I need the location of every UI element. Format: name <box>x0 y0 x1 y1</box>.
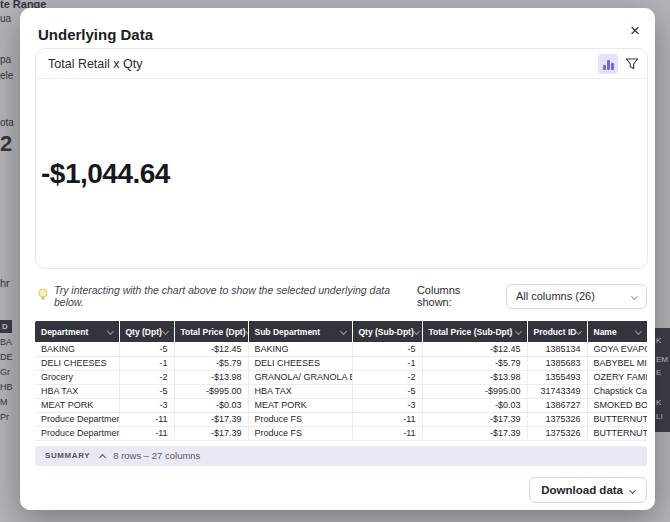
sort-chevron-icon[interactable] <box>161 328 168 335</box>
background-text-fragment: hr <box>0 277 10 289</box>
hint-text: Try interacting with the chart above to … <box>54 284 417 308</box>
close-icon[interactable]: × <box>624 20 646 42</box>
table-cell: -$5.79 <box>174 356 248 370</box>
collapse-chevron-icon[interactable] <box>99 453 106 460</box>
column-header-total-price-dpt-[interactable]: Total Price (Dpt) <box>174 321 248 342</box>
background-text-fragment: DE <box>0 352 13 362</box>
table-cell: BUTTERNUT <box>587 426 647 440</box>
background-text-fragment: K <box>656 336 661 345</box>
funnel-icon[interactable] <box>625 57 639 71</box>
table-cell: -$17.39 <box>422 426 527 440</box>
table-cell: BABYBEL MIN <box>587 356 647 370</box>
table-cell: -$0.03 <box>422 398 527 412</box>
table-cell: -3 <box>352 398 422 412</box>
background-text-fragment: ele <box>0 70 13 81</box>
table-cell: BAKING <box>248 342 352 356</box>
table-row[interactable]: BAKING-5-$12.45BAKING-5-$12.451385134GOY… <box>35 342 647 356</box>
sort-chevron-icon[interactable] <box>575 328 582 335</box>
chart-card-header: Total Retail x Qty <box>36 49 647 79</box>
table-cell: Chapstick Ca <box>587 384 647 398</box>
table-row[interactable]: DELI CHEESES-1-$5.79DELI CHEESES-1-$5.79… <box>35 356 647 370</box>
table-cell: DELI CHEESES <box>248 356 352 370</box>
underlying-data-table: DepartmentQty (Dpt)Total Price (Dpt)Sub … <box>35 321 647 466</box>
table-cell: 1386727 <box>527 398 587 412</box>
bar-chart-icon[interactable] <box>598 54 618 74</box>
table-cell: -11 <box>119 412 174 426</box>
background-table-header-fragment: D <box>0 320 12 333</box>
table-cell: -11 <box>119 426 174 440</box>
table-cell: Produce FS <box>248 426 352 440</box>
table-cell: Produce FS <box>248 412 352 426</box>
sort-chevron-icon[interactable] <box>106 328 113 335</box>
table-cell: HBA TAX <box>35 384 119 398</box>
chart-card: Total Retail x Qty -$1,044.64 <box>35 48 648 269</box>
column-header-qty-dpt-[interactable]: Qty (Dpt) <box>119 321 174 342</box>
columns-shown-value: All columns (26) <box>516 290 595 302</box>
table-cell: -$17.39 <box>422 412 527 426</box>
summary-text: 8 rows – 27 columns <box>113 450 200 461</box>
sort-chevron-icon[interactable] <box>634 328 641 335</box>
background-text-fragment: M <box>0 397 8 407</box>
download-data-button[interactable]: Download data <box>529 477 647 503</box>
background-text-fragment: ota <box>0 117 14 128</box>
background-text-fragment: Gr <box>0 367 10 377</box>
table-cell: -$5.79 <box>422 356 527 370</box>
chevron-down-icon <box>631 292 638 299</box>
table-cell: HBA TAX <box>248 384 352 398</box>
modal-title: Underlying Data <box>38 26 153 43</box>
column-header-sub-department[interactable]: Sub Department <box>248 321 352 342</box>
table-cell: 1385683 <box>527 356 587 370</box>
summary-bar[interactable]: SUMMARY 8 rows – 27 columns <box>35 446 647 466</box>
table-cell: -$17.39 <box>174 412 248 426</box>
columns-shown-label: Columns shown: <box>417 284 506 308</box>
table-cell: -1 <box>352 356 422 370</box>
background-text-fragment: LI <box>656 412 663 421</box>
background-text-fragment: HB <box>0 382 13 392</box>
table-cell: Grocery <box>35 370 119 384</box>
table-row[interactable]: Produce Department-11-$17.39Produce FS-1… <box>35 412 647 426</box>
table-cell: 1355493 <box>527 370 587 384</box>
table-cell: -$0.03 <box>174 398 248 412</box>
chart-card-body[interactable]: -$1,044.64 <box>36 79 647 268</box>
hint-row: Try interacting with the chart above to … <box>37 281 647 311</box>
column-header-total-price-sub-dpt-[interactable]: Total Price (Sub-Dpt) <box>422 321 527 342</box>
lightbulb-icon <box>37 287 49 305</box>
table-cell: -5 <box>119 342 174 356</box>
table-row[interactable]: Produce Department-11-$17.39Produce FS-1… <box>35 426 647 440</box>
table-cell: -$12.45 <box>422 342 527 356</box>
table-row[interactable]: Grocery-2-$13.98GRANOLA/ GRANOLA BARS-2-… <box>35 370 647 384</box>
column-header-name[interactable]: Name <box>587 321 647 342</box>
table-cell: BAKING <box>35 342 119 356</box>
sort-chevron-icon[interactable] <box>514 328 521 335</box>
table-cell: 1375326 <box>527 426 587 440</box>
columns-shown-select[interactable]: All columns (26) <box>506 284 647 309</box>
background-text-fragment: Pr <box>0 412 9 422</box>
table-cell: -$995.00 <box>422 384 527 398</box>
table-cell: -1 <box>119 356 174 370</box>
table-cell: -11 <box>352 426 422 440</box>
chart-card-title: Total Retail x Qty <box>48 57 142 71</box>
table-cell: DELI CHEESES <box>35 356 119 370</box>
table-cell: Produce Department <box>35 412 119 426</box>
table-row[interactable]: HBA TAX-5-$995.00HBA TAX-5-$995.00317433… <box>35 384 647 398</box>
column-header-qty-sub-dpt-[interactable]: Qty (Sub-Dpt) <box>352 321 422 342</box>
table-row[interactable]: MEAT PORK-3-$0.03MEAT PORK-3-$0.03138672… <box>35 398 647 412</box>
table-cell: -11 <box>352 412 422 426</box>
table-cell: BUTTERNUT <box>587 412 647 426</box>
table-cell: -3 <box>119 398 174 412</box>
table-cell: -5 <box>352 384 422 398</box>
table-cell: -$13.98 <box>174 370 248 384</box>
background-text-fragment: EM <box>656 355 668 364</box>
background-text-fragment: BA <box>0 337 12 347</box>
column-header-department[interactable]: Department <box>35 321 119 342</box>
background-text-fragment: E <box>656 368 661 377</box>
sort-chevron-icon[interactable] <box>339 328 346 335</box>
column-header-product-id[interactable]: Product ID <box>527 321 587 342</box>
table-cell: -2 <box>119 370 174 384</box>
table-cell: 31743349 <box>527 384 587 398</box>
table-cell: -$995.00 <box>174 384 248 398</box>
table-cell: GRANOLA/ GRANOLA BARS <box>248 370 352 384</box>
table-cell: MEAT PORK <box>248 398 352 412</box>
table-cell: 1385134 <box>527 342 587 356</box>
table-cell: -$13.98 <box>422 370 527 384</box>
